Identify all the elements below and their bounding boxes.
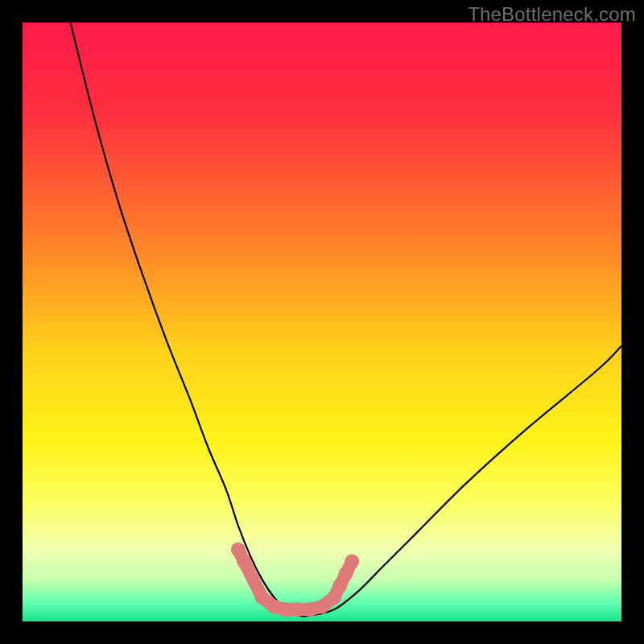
outer-frame: TheBottleneck.com bbox=[0, 0, 644, 644]
gradient-background bbox=[23, 23, 621, 621]
marker-dot bbox=[315, 599, 329, 613]
plot-area bbox=[23, 23, 621, 621]
watermark-text: TheBottleneck.com bbox=[468, 3, 636, 26]
marker-dot bbox=[255, 590, 270, 605]
marker-dot bbox=[237, 555, 251, 569]
bottleneck-chart bbox=[23, 23, 621, 621]
marker-dot bbox=[345, 555, 359, 569]
